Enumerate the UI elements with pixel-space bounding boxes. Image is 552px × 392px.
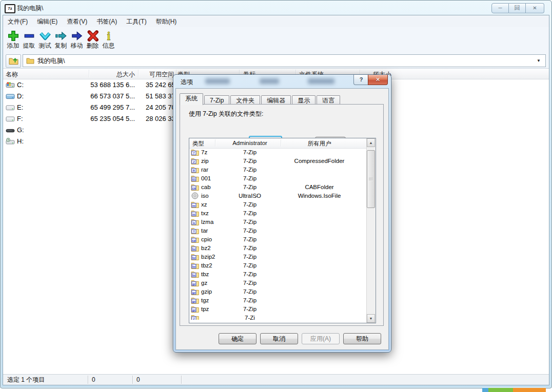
status-separator xyxy=(181,376,182,384)
file-type-row-gzip[interactable]: gzgzip7-Zip xyxy=(189,287,367,296)
file-type-row-cab[interactable]: cacab7-ZipCABFolder xyxy=(189,183,367,192)
menu-item-4[interactable]: 工具(T) xyxy=(122,15,151,27)
file-type-folder-icon: 01 xyxy=(191,175,199,182)
assoc-column-separator[interactable] xyxy=(215,139,216,147)
toolbar: 添加提取测试复制移动删除i信息 xyxy=(3,27,549,54)
file-type-folder-icon: bz xyxy=(191,253,199,260)
menu-item-3[interactable]: 书签(A) xyxy=(92,15,122,27)
tab-系统[interactable]: 系统 xyxy=(180,93,203,105)
window-controls: ─回✕ xyxy=(491,3,544,13)
svg-text:gz: gz xyxy=(192,282,196,285)
menu-item-0[interactable]: 文件(F) xyxy=(3,15,32,27)
toolbar-button-test-check[interactable]: 测试 xyxy=(37,29,53,50)
svg-text:bz: bz xyxy=(192,265,196,268)
column-header-2[interactable]: 可用空间 xyxy=(129,70,174,79)
file-type-row-xz[interactable]: xzxz7-Zip xyxy=(189,200,367,209)
drive-name: F: xyxy=(17,115,23,122)
drive-icon xyxy=(6,115,15,122)
column-separator[interactable] xyxy=(138,70,139,77)
file-type-row-001[interactable]: 010017-Zip xyxy=(189,174,367,183)
info-icon: i xyxy=(101,29,116,42)
assoc-column-header-2[interactable]: 所有用户 xyxy=(283,140,356,148)
toolbar-button-extract-minus[interactable]: 提取 xyxy=(21,29,37,50)
minimize-button[interactable]: ─ xyxy=(491,3,509,13)
file-type-ext: cab xyxy=(201,184,211,190)
close-button[interactable]: ✕ xyxy=(368,75,388,85)
file-type-ext: tar xyxy=(201,228,208,234)
scrollbar-thumb[interactable] xyxy=(367,150,375,208)
file-type-row-txz[interactable]: xztxz7-Zip xyxy=(189,209,367,218)
file-type-ext: iso xyxy=(201,193,209,199)
assoc-column-header-1[interactable]: Administrator xyxy=(217,140,283,146)
file-type-row-gz[interactable]: gzgz7-Zip xyxy=(189,279,367,287)
file-type-folder-icon: gz xyxy=(191,288,199,295)
scrollbar[interactable]: ▲ ▼ xyxy=(366,138,376,323)
toolbar-button-label: 信息 xyxy=(101,42,116,50)
file-type-folder-icon: gz xyxy=(191,279,199,286)
file-type-admin-assoc: 7-Zip xyxy=(217,219,283,225)
help-button[interactable]: ? xyxy=(353,75,369,85)
file-type-row-cpio[interactable]: cpcpio7-Zip xyxy=(189,235,367,244)
file-type-ext: bzip2 xyxy=(201,254,215,260)
toolbar-button-copy-arrow[interactable]: 复制 xyxy=(53,29,69,50)
toolbar-button-add-plus[interactable]: 添加 xyxy=(5,29,21,50)
column-header-0[interactable]: 名称 xyxy=(6,70,18,79)
toolbar-button-move-arrow[interactable]: 移动 xyxy=(69,29,85,50)
toolbar-button-info[interactable]: i信息 xyxy=(101,29,116,50)
maximize-button[interactable]: 回 xyxy=(509,3,526,13)
file-type-row-lzma[interactable]: lzlzma7-Zip xyxy=(189,218,367,226)
file-type-row-iso[interactable]: isoUltraISOWindows.IsoFile xyxy=(189,192,367,200)
file-type-admin-assoc: 7-Zip xyxy=(217,288,283,295)
column-separator[interactable] xyxy=(89,70,90,77)
copy-arrow-icon xyxy=(53,29,69,42)
menu-item-5[interactable]: 帮助(H) xyxy=(151,15,182,27)
scroll-up-icon[interactable]: ▲ xyxy=(367,138,375,147)
assoc-column-separator[interactable] xyxy=(281,139,282,147)
file-type-ext: xz xyxy=(201,201,207,208)
menu-item-2[interactable]: 查看(V) xyxy=(62,15,92,27)
drive-total-size: 65 235 054 5... xyxy=(80,115,135,122)
assoc-column-header-0[interactable]: 类型 xyxy=(192,140,204,148)
file-type-row-tar[interactable]: Ttar7-Zip xyxy=(189,226,367,235)
menu-bar: 文件(F)编辑(E)查看(V)书签(A)工具(T)帮助(H) xyxy=(3,15,549,28)
file-type-row-tgz[interactable]: gztgz7-Zip xyxy=(189,296,367,305)
file-type-folder-icon: cp xyxy=(191,236,199,243)
status-separator xyxy=(132,376,133,384)
taskbar-fragment-orange xyxy=(513,388,546,392)
file-type-row-tbz[interactable]: bztbz7-Zip xyxy=(189,270,367,279)
file-type-admin-assoc: 7-Zip xyxy=(217,228,283,234)
file-type-ext: bz2 xyxy=(201,245,211,251)
menu-item-1[interactable]: 编辑(E) xyxy=(32,15,62,27)
close-button[interactable]: ✕ xyxy=(526,3,544,13)
chevron-down-icon[interactable]: ▼ xyxy=(534,55,543,67)
app-logo-icon: 7z xyxy=(5,4,15,13)
help-button[interactable]: 帮助 xyxy=(343,333,381,344)
svg-text:T: T xyxy=(193,230,195,233)
file-type-folder-icon: T xyxy=(191,227,199,234)
file-type-folder-icon: bz xyxy=(191,271,199,278)
file-type-row-tpz[interactable]: gztpz7-Zip xyxy=(189,305,367,314)
file-type-ext: lzma xyxy=(201,219,213,225)
parent-folder-button[interactable] xyxy=(6,54,21,68)
file-type-row-zip[interactable]: Zzip7-ZipCompressedFolder xyxy=(189,157,367,166)
title-bar[interactable]: 7z 我的电脑\ ─回✕ xyxy=(1,1,551,15)
file-type-row-rar[interactable]: Rrar7-Zip xyxy=(189,166,367,174)
file-type-row-bz2[interactable]: bzbz27-Zip xyxy=(189,244,367,253)
svg-text:ca: ca xyxy=(192,187,196,190)
file-type-row-tbz2[interactable]: bztbz27-Zip xyxy=(189,261,367,270)
toolbar-button-delete-x[interactable]: 删除 xyxy=(85,29,101,50)
file-type-row-7z[interactable]: 77z7-Zip xyxy=(189,148,367,157)
scroll-down-icon[interactable]: ▼ xyxy=(367,314,375,323)
ok-button[interactable]: 确定 xyxy=(219,333,257,344)
file-type-row-bzip2[interactable]: bzbzip27-Zip xyxy=(189,253,367,261)
file-type-row-clipped[interactable]: Z7-Zi xyxy=(189,314,367,320)
address-combobox[interactable]: 我的电脑\ ▼ xyxy=(23,54,546,67)
svg-text:Z: Z xyxy=(193,317,195,320)
cancel-button[interactable]: 取消 xyxy=(260,333,298,344)
taskbar-fragment xyxy=(482,388,546,392)
svg-text:gz: gz xyxy=(192,291,196,294)
toolbar-button-label: 删除 xyxy=(85,42,101,50)
file-type-list-header: 类型Administrator所有用户 xyxy=(189,138,367,149)
file-type-folder-icon: xz xyxy=(191,201,199,208)
file-type-list[interactable]: 类型Administrator所有用户 77z7-ZipZzip7-ZipCom… xyxy=(189,138,376,323)
